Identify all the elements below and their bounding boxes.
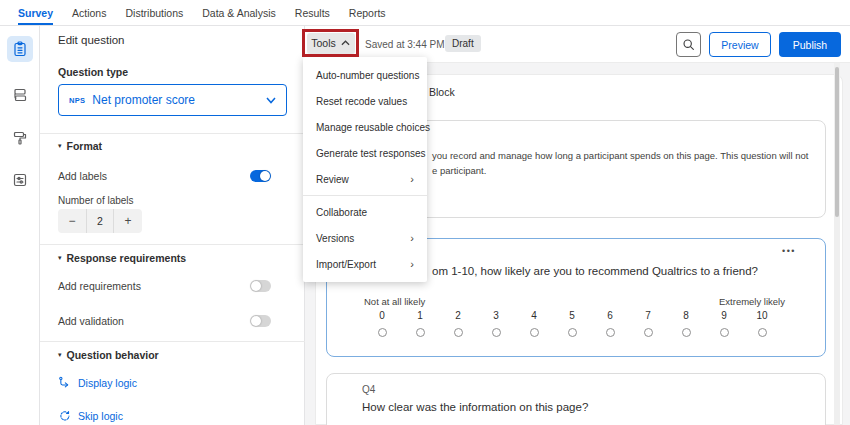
scale-right-label: Extremely likely [719, 296, 785, 307]
survey-options-icon[interactable] [7, 167, 33, 193]
scale-option-1: 1 [401, 310, 439, 337]
skip-logic-label: Skip logic [78, 410, 123, 422]
menu-item-generate-test-responses[interactable]: Generate test responses [303, 140, 427, 166]
caret-down-icon: ▾ [58, 254, 62, 262]
display-logic-icon [58, 376, 71, 389]
nav-tab-results[interactable]: Results [295, 0, 330, 25]
number-of-labels-label: Number of labels [58, 195, 134, 206]
number-of-labels-stepper: − 2 + [58, 209, 142, 233]
radio-button[interactable] [416, 328, 425, 337]
chevron-up-icon [341, 40, 350, 46]
stepper-value: 2 [86, 209, 114, 233]
toggle-knob [251, 316, 261, 326]
chevron-down-icon [266, 97, 276, 104]
scale-option-2: 2 [439, 310, 477, 337]
q4-question-text[interactable]: How clear was the information on this pa… [362, 401, 588, 413]
menu-item-auto-number-questions[interactable]: Auto-number questions [303, 62, 427, 88]
skip-logic-link[interactable]: Skip logic [58, 409, 123, 422]
toggle-knob [251, 281, 261, 291]
nav-tab-distributions[interactable]: Distributions [125, 0, 183, 25]
radio-button[interactable] [378, 328, 387, 337]
menu-item-import-export[interactable]: Import/Export › [303, 251, 427, 277]
publish-button[interactable]: Publish [779, 32, 841, 57]
divider [40, 341, 305, 342]
q4-question-card[interactable]: Q4 How clear was the information on this… [326, 373, 826, 425]
divider [40, 133, 305, 134]
radio-button[interactable] [644, 328, 653, 337]
top-nav: Survey Actions Distributions Data & Anal… [0, 0, 850, 26]
tools-button[interactable]: Tools [307, 33, 355, 54]
survey-canvas: Tools Saved at 3:44 PM Draft Preview Pub… [305, 26, 850, 425]
add-validation-toggle[interactable] [250, 315, 271, 327]
response-requirements-title: Response requirements [67, 252, 187, 264]
nps-scale: 0 1 2 3 4 5 6 7 8 9 10 [363, 310, 781, 337]
skip-logic-icon [58, 409, 71, 422]
scale-left-label: Not at all likely [364, 296, 425, 307]
add-requirements-toggle[interactable] [250, 280, 271, 292]
tools-dropdown-menu: Auto-number questions Reset recode value… [303, 57, 427, 282]
radio-button[interactable] [492, 328, 501, 337]
menu-item-manage-reusable-choices[interactable]: Manage reusable choices [303, 114, 427, 140]
scale-option-6: 6 [591, 310, 629, 337]
qualtrics-survey-builder: Survey Actions Distributions Data & Anal… [0, 0, 850, 425]
radio-button[interactable] [758, 328, 767, 337]
draft-status-badge: Draft [445, 35, 481, 52]
nav-tab-survey[interactable]: Survey [18, 0, 53, 25]
stepper-plus-button[interactable]: + [114, 209, 142, 233]
display-logic-link[interactable]: Display logic [58, 376, 137, 389]
block-title[interactable]: Block [429, 86, 455, 98]
more-options-icon[interactable]: ••• [782, 246, 796, 256]
scale-option-4: 4 [515, 310, 553, 337]
format-section-title: Format [67, 140, 103, 152]
search-button[interactable] [676, 32, 701, 57]
display-logic-label: Display logic [78, 377, 137, 389]
search-icon [682, 38, 695, 51]
divider [40, 244, 305, 245]
menu-item-review[interactable]: Review › [303, 166, 427, 192]
question-behavior-header[interactable]: ▾ Question behavior [58, 349, 159, 361]
radio-button[interactable] [720, 328, 729, 337]
panel-title: Edit question [58, 34, 125, 46]
question-type-select[interactable]: NPS Net promoter score [58, 84, 287, 116]
left-icon-rail [0, 26, 40, 425]
nps-question-text[interactable]: om 1-10, how likely are you to recommend… [432, 265, 758, 277]
scale-option-8: 8 [667, 310, 705, 337]
response-requirements-header[interactable]: ▾ Response requirements [58, 252, 186, 264]
radio-button[interactable] [682, 328, 691, 337]
question-number: Q4 [362, 384, 375, 395]
preview-button[interactable]: Preview [709, 32, 771, 57]
submenu-chevron-icon: › [410, 173, 414, 185]
radio-button[interactable] [568, 328, 577, 337]
radio-button[interactable] [606, 328, 615, 337]
add-labels-label: Add labels [58, 170, 107, 182]
scale-option-7: 7 [629, 310, 667, 337]
survey-builder-icon[interactable] [7, 36, 33, 62]
edit-question-panel: Edit question Question type NPS Net prom… [40, 26, 305, 425]
saved-status-text: Saved at 3:44 PM [365, 39, 445, 50]
scrollbar-thumb[interactable] [835, 67, 839, 217]
scale-option-5: 5 [553, 310, 591, 337]
look-and-feel-icon[interactable] [7, 125, 33, 151]
add-labels-toggle[interactable] [250, 170, 271, 182]
scale-option-10: 10 [743, 310, 781, 337]
nav-tab-reports[interactable]: Reports [349, 0, 386, 25]
menu-divider [303, 195, 427, 196]
toggle-knob [260, 171, 270, 181]
menu-item-collaborate[interactable]: Collaborate [303, 199, 427, 225]
scale-option-9: 9 [705, 310, 743, 337]
stepper-minus-button[interactable]: − [58, 209, 86, 233]
radio-button[interactable] [454, 328, 463, 337]
menu-item-reset-recode-values[interactable]: Reset recode values [303, 88, 427, 114]
nav-tab-data-analysis[interactable]: Data & Analysis [202, 0, 276, 25]
format-section-header[interactable]: ▾ Format [58, 140, 102, 152]
caret-down-icon: ▾ [58, 142, 62, 150]
add-validation-label: Add validation [58, 315, 124, 327]
nav-tab-actions[interactable]: Actions [72, 0, 106, 25]
survey-flow-icon[interactable] [7, 82, 33, 108]
menu-item-versions[interactable]: Versions › [303, 225, 427, 251]
question-type-value: Net promoter score [92, 93, 195, 107]
scale-option-0: 0 [363, 310, 401, 337]
submenu-chevron-icon: › [410, 232, 414, 244]
radio-button[interactable] [530, 328, 539, 337]
question-type-label: Question type [58, 66, 128, 78]
